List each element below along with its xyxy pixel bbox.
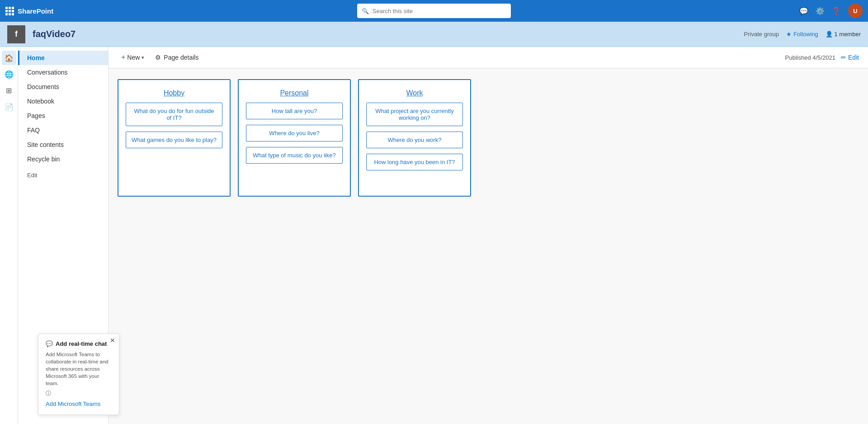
member-info: 👤 1 member (826, 31, 861, 38)
faq-question-personal-1[interactable]: Where do you live? (246, 125, 343, 141)
new-label: New (127, 54, 140, 61)
waffle-icon[interactable] (5, 7, 14, 15)
faq-question-personal-2[interactable]: What type of music do you like? (246, 147, 343, 164)
edit-button[interactable]: ✏ Edit (841, 54, 859, 61)
published-label: Published 4/5/2021 (785, 54, 835, 61)
faq-question-work-2[interactable]: How long have you been in IT? (366, 154, 463, 170)
faq-card-work: Work What project are you currently work… (358, 79, 471, 197)
edit-label: Edit (848, 54, 859, 61)
sidebar-item-conversations[interactable]: Conversations (18, 65, 108, 80)
sidebar-item-documents[interactable]: Documents (18, 80, 108, 94)
page-details-label: Page details (164, 54, 198, 61)
chevron-down-icon: ▾ (142, 55, 144, 61)
member-icon: 👤 (826, 31, 833, 38)
sidebar-edit-link[interactable]: Edit (18, 168, 108, 182)
content-toolbar: + New ▾ ⚙ Page details Published 4/5/202… (108, 47, 868, 68)
site-header-right: Private group ★ Following 👤 1 member (744, 31, 861, 38)
star-icon: ★ (786, 31, 792, 38)
rail-globe-icon[interactable]: 🌐 (2, 67, 16, 81)
faq-question-work-1[interactable]: Where do you work? (366, 132, 463, 148)
site-title: faqVideo7 (33, 29, 75, 39)
sidebar-item-faq[interactable]: FAQ (18, 123, 108, 137)
rail-page-icon[interactable]: 📄 (2, 99, 16, 114)
rail-apps-icon[interactable]: ⊞ (2, 83, 16, 98)
info-icon: ⓘ (46, 390, 51, 396)
faq-card-work-title[interactable]: Work (406, 89, 423, 97)
following-button[interactable]: ★ Following (786, 31, 818, 38)
site-header: f faqVideo7 Private group ★ Following 👤 … (0, 22, 868, 47)
member-label: 1 member (834, 31, 861, 38)
content-area: + New ▾ ⚙ Page details Published 4/5/202… (108, 47, 868, 424)
faq-card-hobby-title[interactable]: Hobby (164, 89, 184, 97)
search-bar[interactable]: 🔍 (357, 4, 511, 18)
main-layout: 🏠 🌐 ⊞ 📄 Home Conversations Documents Not… (0, 47, 868, 424)
add-teams-link[interactable]: Add Microsoft Teams (46, 400, 112, 408)
faq-card-personal: Personal How tall are you? Where do you … (238, 79, 351, 197)
toolbar-right: Published 4/5/2021 ✏ Edit (785, 54, 859, 61)
search-icon: 🔍 (362, 8, 369, 14)
sidebar: Home Conversations Documents Notebook Pa… (18, 47, 108, 424)
faq-question-work-0[interactable]: What project are you currently working o… (366, 103, 463, 126)
search-input[interactable] (373, 8, 506, 14)
faq-card-personal-title[interactable]: Personal (280, 89, 308, 97)
rail-home-icon[interactable]: 🏠 (2, 51, 16, 65)
settings-icon[interactable]: ⚙️ (816, 7, 825, 15)
sidebar-item-site-contents[interactable]: Site contents (18, 137, 108, 152)
sidebar-item-home[interactable]: Home (18, 51, 108, 65)
chat-popup-title: 💬 Add real-time chat (46, 340, 112, 347)
chat-popup-body: Add Microsoft Teams to collaborate in re… (46, 351, 112, 408)
sharepoint-logo[interactable]: SharePoint (5, 7, 53, 15)
sidebar-item-pages[interactable]: Pages (18, 108, 108, 123)
site-icon: f (7, 25, 25, 43)
sidebar-item-recycle-bin[interactable]: Recycle bin (18, 152, 108, 166)
left-rail: 🏠 🌐 ⊞ 📄 (0, 47, 18, 424)
comment-icon[interactable]: 💬 (799, 7, 808, 15)
help-icon[interactable]: ❓ (832, 7, 841, 15)
avatar[interactable]: U (848, 4, 863, 18)
sidebar-item-notebook[interactable]: Notebook (18, 94, 108, 108)
faq-card-hobby: Hobby What do you do for fun outside of … (118, 79, 231, 197)
group-type-label: Private group (744, 31, 779, 38)
page-details-button[interactable]: ⚙ Page details (151, 52, 202, 63)
faq-question-hobby-1[interactable]: What games do you like to play? (126, 132, 222, 148)
top-bar-actions: 💬 ⚙️ ❓ U (799, 4, 863, 18)
chat-popup-close-button[interactable]: ✕ (110, 337, 115, 344)
faq-question-hobby-0[interactable]: What do you do for fun outside of IT? (126, 103, 222, 126)
top-navigation-bar: SharePoint 🔍 💬 ⚙️ ❓ U (0, 0, 868, 22)
plus-icon: + (121, 53, 125, 61)
chat-popup-info: ⓘ (46, 390, 112, 397)
chat-popup: ✕ 💬 Add real-time chat Add Microsoft Tea… (38, 334, 119, 415)
following-label: Following (793, 31, 818, 38)
gear-icon: ⚙ (155, 54, 161, 61)
edit-icon: ✏ (841, 54, 846, 61)
app-name: SharePoint (18, 7, 53, 15)
faq-question-personal-0[interactable]: How tall are you? (246, 103, 343, 119)
teams-chat-icon: 💬 (46, 340, 53, 347)
new-button[interactable]: + New ▾ (118, 52, 148, 63)
toolbar-left: + New ▾ ⚙ Page details (118, 52, 202, 63)
faq-cards-container: Hobby What do you do for fun outside of … (108, 68, 868, 207)
